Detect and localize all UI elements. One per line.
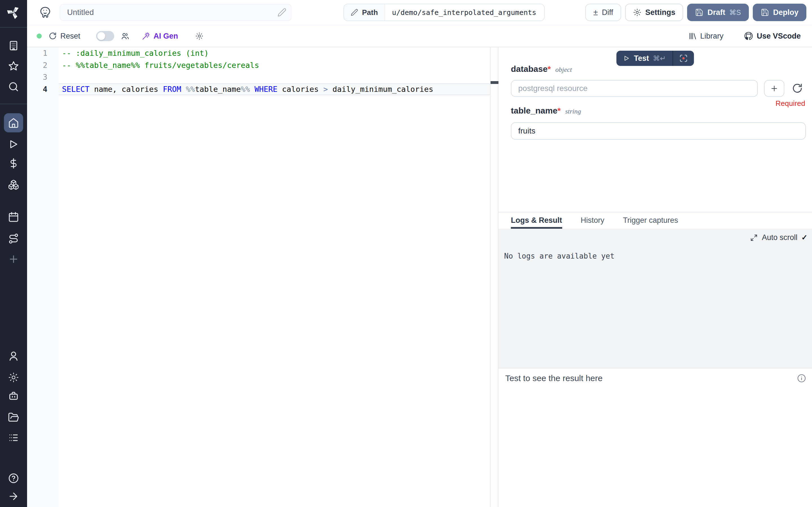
result-placeholder-text: Test to see the result here <box>505 374 603 383</box>
code-line-current[interactable]: SELECT name, calories FROM %%table_name%… <box>59 83 490 96</box>
workspace-icon[interactable] <box>8 40 19 51</box>
tab-trigger-captures[interactable]: Trigger captures <box>623 212 678 229</box>
reset-button[interactable]: Reset <box>49 32 80 41</box>
draft-shortcut: ⌘S <box>729 8 741 17</box>
test-shortcut: ⌘↵ <box>653 54 666 62</box>
sidebar-item-workers[interactable] <box>8 390 19 402</box>
field-label-table-name: table_name*string <box>511 106 581 115</box>
line-number: 2 <box>27 59 59 71</box>
play-icon <box>623 55 630 62</box>
topbar: Path u/demo/safe_interpolated_arguments … <box>27 0 812 25</box>
expand-icon <box>750 234 758 242</box>
auto-scroll-toggle[interactable]: Auto scroll ✓ <box>750 233 808 242</box>
editor-scrollbar[interactable] <box>490 47 498 507</box>
info-icon[interactable] <box>797 374 806 383</box>
script-title-input[interactable] <box>60 4 292 21</box>
library-icon <box>688 32 697 40</box>
postgresql-icon <box>38 6 52 19</box>
test-split-button[interactable]: Test ⌘↵ <box>616 51 694 66</box>
field-label-database: database*object <box>511 64 572 74</box>
logs-empty-message: No logs are available yet <box>504 252 614 260</box>
field-type: string <box>565 108 581 115</box>
sidebar-item-variables[interactable] <box>8 158 19 169</box>
add-resource-button[interactable] <box>764 80 784 97</box>
ai-gen-button[interactable]: AI Gen <box>142 32 178 41</box>
save-icon <box>695 8 703 17</box>
line-number: 3 <box>27 71 59 83</box>
scrollbar-cursor-marker <box>491 81 499 84</box>
path-chip[interactable]: Path u/demo/safe_interpolated_arguments <box>343 4 545 21</box>
collaborators-icon[interactable] <box>121 32 130 40</box>
capture-button[interactable] <box>673 51 694 66</box>
status-dot <box>37 34 42 39</box>
sidebar-add-icon[interactable] <box>8 253 19 265</box>
code-line[interactable]: -- :daily_minimum_calories (int) <box>62 47 490 59</box>
table-name-input[interactable] <box>511 122 806 140</box>
sidebar-item-user[interactable] <box>8 350 19 362</box>
refresh-resource-icon[interactable] <box>792 83 803 94</box>
sidebar-divider <box>0 27 27 27</box>
line-number: 1 <box>27 47 59 59</box>
sidebar-item-logs[interactable] <box>8 432 19 443</box>
right-panel: Test ⌘↵ database*object <box>498 47 812 507</box>
database-input[interactable] <box>511 80 758 97</box>
gear-icon <box>633 8 642 17</box>
code-line[interactable] <box>62 71 490 83</box>
collab-toggle[interactable] <box>96 31 114 41</box>
path-value: u/demo/safe_interpolated_arguments <box>385 4 544 20</box>
topbar-buttons: ± Diff Settings Draft ⌘S Deploy <box>585 4 812 21</box>
search-icon[interactable] <box>8 81 19 93</box>
checkmark-icon: ✓ <box>801 233 808 242</box>
sidebar-divider <box>0 104 27 104</box>
sidebar-item-settings[interactable] <box>8 372 19 383</box>
toggle-knob <box>97 32 105 40</box>
tab-history[interactable]: History <box>581 212 605 229</box>
code-editor[interactable]: 1 2 3 4 -- :daily_minimum_calories (int)… <box>27 47 490 507</box>
main-area: Path u/demo/safe_interpolated_arguments … <box>27 0 812 507</box>
tab-logs-result[interactable]: Logs & Result <box>511 212 562 229</box>
path-edit-section[interactable]: Path <box>344 4 385 20</box>
help-icon[interactable] <box>8 473 19 484</box>
library-button[interactable]: Library <box>688 32 723 41</box>
app-window: Path u/demo/safe_interpolated_arguments … <box>0 0 812 507</box>
field-type: object <box>555 66 572 73</box>
favorites-star-icon[interactable] <box>8 61 19 72</box>
plus-icon <box>770 84 778 93</box>
required-asterisk: * <box>557 106 561 115</box>
diff-button[interactable]: ± Diff <box>585 4 621 21</box>
draft-button[interactable]: Draft ⌘S <box>687 4 749 21</box>
github-icon <box>744 31 753 41</box>
editor-gutter: 1 2 3 4 <box>27 47 59 507</box>
edit-path-pencil-icon <box>351 9 358 16</box>
result-panel: Test to see the result here <box>499 368 812 507</box>
logs-panel: Auto scroll ✓ No logs are available yet <box>499 229 812 368</box>
settings-button[interactable]: Settings <box>625 4 683 21</box>
wand-sparkles-icon <box>142 32 150 40</box>
sidebar-item-resources[interactable] <box>8 179 19 190</box>
capture-frame-icon <box>679 54 688 63</box>
sidebar <box>0 0 27 507</box>
editor-toolbar: Reset AI Gen Library Use VScode <box>27 25 812 47</box>
required-asterisk: * <box>548 64 551 73</box>
windmill-logo-icon[interactable] <box>7 6 20 19</box>
diff-icon: ± <box>593 8 598 17</box>
edit-title-pencil-icon[interactable] <box>277 8 287 17</box>
editor-settings-gear-icon[interactable] <box>195 32 204 40</box>
refresh-icon <box>49 32 57 40</box>
sidebar-item-runs[interactable] <box>8 138 19 150</box>
path-label: Path <box>362 8 378 17</box>
expand-sidebar-arrow-icon[interactable] <box>8 491 19 502</box>
sidebar-item-home[interactable] <box>4 113 23 132</box>
workarea: 1 2 3 4 -- :daily_minimum_calories (int)… <box>27 47 812 507</box>
use-vscode-button[interactable]: Use VScode <box>744 31 801 41</box>
sidebar-item-folders[interactable] <box>8 412 19 423</box>
sidebar-item-triggers[interactable] <box>8 233 19 244</box>
save-icon <box>761 8 769 17</box>
code-area[interactable]: -- :daily_minimum_calories (int) -- %%ta… <box>59 47 490 507</box>
code-line[interactable]: -- %%table_name%% fruits/vegetables/cere… <box>62 59 490 71</box>
deploy-button[interactable]: Deploy <box>753 4 806 21</box>
sidebar-item-schedules[interactable] <box>8 212 19 223</box>
line-number-current: 4 <box>27 83 59 96</box>
test-button[interactable]: Test ⌘↵ <box>616 51 672 66</box>
script-title-field[interactable] <box>60 4 292 21</box>
